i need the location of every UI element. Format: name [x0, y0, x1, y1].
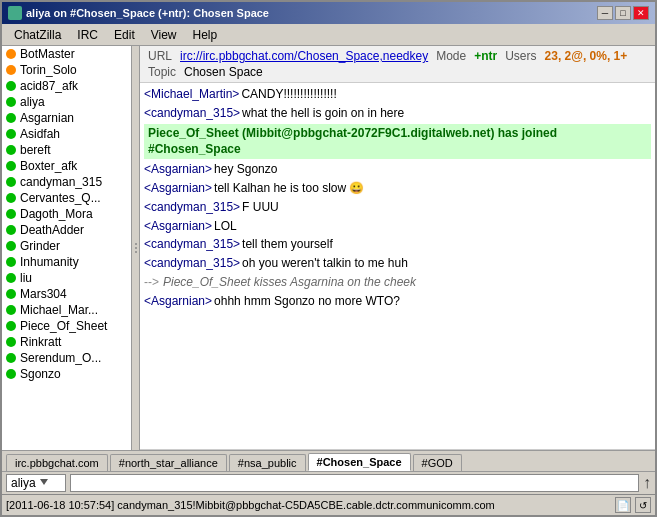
user-list-item[interactable]: Asgarnian [2, 110, 131, 126]
message-row: <Asgarnian> LOL [144, 217, 651, 236]
main-window: aliya on #Chosen_Space (+ntr): Chosen Sp… [0, 0, 657, 517]
main-area: BotMasterTorin_Soloacid87_afkaliyaAsgarn… [2, 46, 655, 450]
message-nick: <Asgarnian> [144, 218, 212, 235]
user-list-item[interactable]: candyman_315 [2, 174, 131, 190]
channel-tab[interactable]: #Chosen_Space [308, 453, 411, 471]
user-list-item[interactable]: Piece_Of_Sheet [2, 318, 131, 334]
message-text: CANDY!!!!!!!!!!!!!!!! [241, 86, 336, 103]
join-message: Piece_Of_Sheet (Mibbit@pbbgchat-2072F9C1… [144, 124, 651, 160]
message-nick: <candyman_315> [144, 105, 240, 122]
channel-mode: +ntr [474, 49, 497, 63]
user-status-dot [6, 241, 16, 251]
message-nick: <Michael_Martin> [144, 86, 239, 103]
minimize-button[interactable]: ─ [597, 6, 613, 20]
resize-handle[interactable] [132, 46, 140, 450]
channel-tab[interactable]: #GOD [413, 454, 462, 471]
user-name: DeathAdder [20, 223, 84, 237]
window-title: aliya on #Chosen_Space (+ntr): Chosen Sp… [26, 7, 269, 19]
channel-tab[interactable]: irc.pbbgchat.com [6, 454, 108, 471]
server-url[interactable]: irc://irc.pbbgchat.com/Chosen_Space,need… [180, 49, 428, 63]
message-row: <candyman_315> what the hell is goin on … [144, 104, 651, 123]
topic-row: Topic Chosen Space [148, 65, 647, 79]
menu-help[interactable]: Help [185, 26, 226, 44]
menu-view[interactable]: View [143, 26, 185, 44]
user-list-item[interactable]: Cervantes_Q... [2, 190, 131, 206]
user-list-item[interactable]: Asidfah [2, 126, 131, 142]
user-name: Dagoth_Mora [20, 207, 93, 221]
user-list-item[interactable]: Torin_Solo [2, 62, 131, 78]
app-icon [8, 6, 22, 20]
user-list-item[interactable]: bereft [2, 142, 131, 158]
message-row: <candyman_315> tell them yourself [144, 235, 651, 254]
user-name: aliya [20, 95, 45, 109]
menu-edit[interactable]: Edit [106, 26, 143, 44]
chat-area: URL irc://irc.pbbgchat.com/Chosen_Space,… [140, 46, 655, 450]
message-text: F UUU [242, 199, 279, 216]
user-list-item[interactable]: aliya [2, 94, 131, 110]
log-icon[interactable]: 📄 [615, 497, 631, 513]
action-arrow: --> [144, 274, 159, 291]
status-text: [2011-06-18 10:57:54] candyman_315!Mibbi… [6, 499, 615, 511]
user-list-item[interactable]: Serendum_O... [2, 350, 131, 366]
user-list: BotMasterTorin_Soloacid87_afkaliyaAsgarn… [2, 46, 132, 450]
maximize-button[interactable]: □ [615, 6, 631, 20]
nick-selector[interactable]: aliya [6, 474, 66, 492]
user-list-item[interactable]: acid87_afk [2, 78, 131, 94]
tab-bar: irc.pbbgchat.com#north_star_alliance#nsa… [2, 450, 655, 471]
action-text: Piece_Of_Sheet kisses Asgarnina on the c… [163, 274, 416, 291]
user-list-item[interactable]: Sgonzo [2, 366, 131, 382]
user-status-dot [6, 257, 16, 267]
user-name: acid87_afk [20, 79, 78, 93]
user-status-dot [6, 273, 16, 283]
user-status-dot [6, 305, 16, 315]
user-name: Boxter_afk [20, 159, 77, 173]
message-nick: <Asgarnian> [144, 293, 212, 310]
message-row: -->Piece_Of_Sheet kisses Asgarnina on th… [144, 273, 651, 292]
nick-dropdown-icon[interactable] [40, 479, 48, 487]
user-list-item[interactable]: Mars304 [2, 286, 131, 302]
message-text: hey Sgonzo [214, 161, 277, 178]
user-name: Grinder [20, 239, 60, 253]
user-list-item[interactable]: Inhumanity [2, 254, 131, 270]
info-row: URL irc://irc.pbbgchat.com/Chosen_Space,… [148, 49, 647, 63]
status-bar: [2011-06-18 10:57:54] candyman_315!Mibbi… [2, 494, 655, 515]
send-arrow[interactable]: ↑ [643, 474, 651, 492]
user-list-item[interactable]: Dagoth_Mora [2, 206, 131, 222]
user-status-dot [6, 161, 16, 171]
user-name: Asgarnian [20, 111, 74, 125]
user-list-item[interactable]: Boxter_afk [2, 158, 131, 174]
user-status-dot [6, 289, 16, 299]
users-count: 23, 2@, 0%, 1+ [545, 49, 628, 63]
user-name: Mars304 [20, 287, 67, 301]
close-button[interactable]: ✕ [633, 6, 649, 20]
user-status-dot [6, 81, 16, 91]
chat-input[interactable] [70, 474, 639, 492]
user-list-item[interactable]: Rinkratt [2, 334, 131, 350]
user-list-item[interactable]: BotMaster [2, 46, 131, 62]
message-row: <candyman_315> F UUU [144, 198, 651, 217]
message-text: what the hell is goin on in here [242, 105, 404, 122]
user-name: bereft [20, 143, 51, 157]
user-list-item[interactable]: DeathAdder [2, 222, 131, 238]
message-nick: <candyman_315> [144, 199, 240, 216]
topic-label: Topic [148, 65, 176, 79]
user-status-dot [6, 321, 16, 331]
menu-bar: ChatZilla IRC Edit View Help [2, 24, 655, 46]
refresh-icon[interactable]: ↺ [635, 497, 651, 513]
user-name: candyman_315 [20, 175, 102, 189]
menu-chatzilla[interactable]: ChatZilla [6, 26, 69, 44]
info-bar: URL irc://irc.pbbgchat.com/Chosen_Space,… [140, 46, 655, 83]
current-nick: aliya [11, 476, 36, 490]
user-list-item[interactable]: liu [2, 270, 131, 286]
menu-irc[interactable]: IRC [69, 26, 106, 44]
users-label: Users [505, 49, 536, 63]
title-bar: aliya on #Chosen_Space (+ntr): Chosen Sp… [2, 2, 655, 24]
message-text: tell them yourself [242, 236, 333, 253]
channel-tab[interactable]: #nsa_public [229, 454, 306, 471]
channel-tab[interactable]: #north_star_alliance [110, 454, 227, 471]
user-status-dot [6, 369, 16, 379]
user-list-item[interactable]: Michael_Mar... [2, 302, 131, 318]
user-list-item[interactable]: Grinder [2, 238, 131, 254]
message-nick: <candyman_315> [144, 236, 240, 253]
user-status-dot [6, 65, 16, 75]
